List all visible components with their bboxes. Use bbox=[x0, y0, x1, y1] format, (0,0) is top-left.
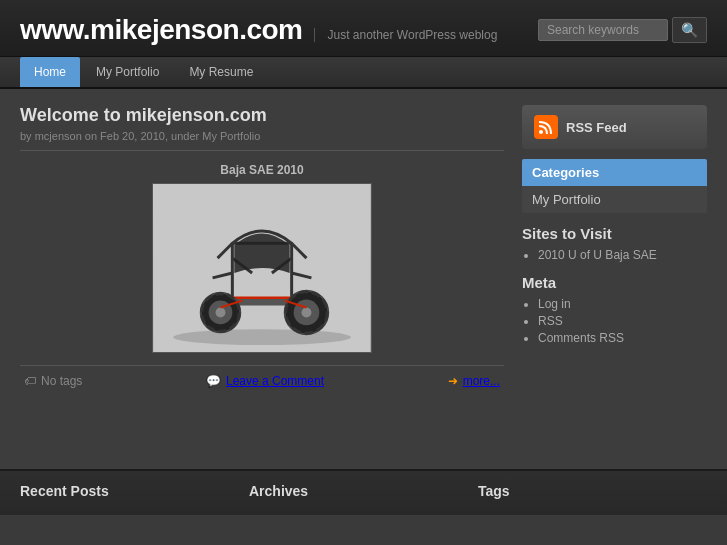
post-footer: 🏷 No tags 💬 Leave a Comment ➜ more... bbox=[20, 365, 504, 396]
more-icon: ➜ bbox=[448, 374, 458, 388]
rss-icon bbox=[534, 115, 558, 139]
login-link[interactable]: Log in bbox=[538, 297, 571, 311]
nav-item-portfolio[interactable]: My Portfolio bbox=[82, 57, 173, 87]
footer-archives: Archives bbox=[249, 483, 478, 503]
list-item: RSS bbox=[538, 314, 707, 328]
tag-icon: 🏷 bbox=[24, 374, 36, 388]
footer-recent-posts: Recent Posts bbox=[20, 483, 249, 503]
sites-widget: Sites to Visit 2010 U of U Baja SAE bbox=[522, 225, 707, 262]
footer-col-title-2: Archives bbox=[249, 483, 478, 499]
nav-item-home[interactable]: Home bbox=[20, 57, 80, 87]
sites-title: Sites to Visit bbox=[522, 225, 707, 242]
footer-tags: Tags bbox=[478, 483, 707, 503]
categories-widget: Categories My Portfolio bbox=[522, 159, 707, 213]
leave-comment-link[interactable]: Leave a Comment bbox=[226, 374, 324, 388]
more-link[interactable]: more... bbox=[463, 374, 500, 388]
meta-title: Meta bbox=[522, 274, 707, 291]
site-header: www.mikejenson.com Just another WordPres… bbox=[0, 0, 727, 57]
svg-point-25 bbox=[539, 130, 543, 134]
header-left: www.mikejenson.com Just another WordPres… bbox=[20, 14, 497, 46]
footer-col-title-3: Tags bbox=[478, 483, 707, 499]
meta-list: Log in RSS Comments RSS bbox=[522, 297, 707, 345]
nav-item-resume[interactable]: My Resume bbox=[175, 57, 267, 87]
content-area: Welcome to mikejenson.com by mcjenson on… bbox=[20, 105, 504, 453]
sites-list: 2010 U of U Baja SAE bbox=[522, 248, 707, 262]
footer-col-title-1: Recent Posts bbox=[20, 483, 249, 499]
site-title: www.mikejenson.com bbox=[20, 14, 302, 46]
categories-title: Categories bbox=[522, 159, 707, 186]
tags-label: No tags bbox=[41, 374, 82, 388]
list-item: 2010 U of U Baja SAE bbox=[538, 248, 707, 262]
rss-link[interactable]: RSS bbox=[538, 314, 563, 328]
svg-point-21 bbox=[302, 308, 312, 318]
comment-icon: 💬 bbox=[206, 374, 221, 388]
comments-rss-link[interactable]: Comments RSS bbox=[538, 331, 624, 345]
post-tags: 🏷 No tags bbox=[24, 374, 82, 388]
site-subtitle: Just another WordPress weblog bbox=[314, 28, 497, 42]
categories-body: My Portfolio bbox=[522, 186, 707, 213]
main-content: Welcome to mikejenson.com by mcjenson on… bbox=[0, 89, 727, 469]
search-form: 🔍 bbox=[538, 17, 707, 43]
sidebar: RSS Feed Categories My Portfolio Sites t… bbox=[522, 105, 707, 453]
category-item[interactable]: My Portfolio bbox=[532, 192, 601, 207]
post-title: Welcome to mikejenson.com bbox=[20, 105, 504, 126]
post-image bbox=[152, 183, 372, 353]
post-more-link[interactable]: ➜ more... bbox=[448, 374, 500, 388]
search-input[interactable] bbox=[538, 19, 668, 41]
list-item: Comments RSS bbox=[538, 331, 707, 345]
post-image-caption: Baja SAE 2010 bbox=[20, 163, 504, 177]
post-meta-text: by mcjenson on Feb 20, 2010, under My Po… bbox=[20, 130, 260, 142]
svg-point-17 bbox=[216, 308, 226, 318]
site-link[interactable]: 2010 U of U Baja SAE bbox=[538, 248, 657, 262]
list-item: Log in bbox=[538, 297, 707, 311]
rss-widget[interactable]: RSS Feed bbox=[522, 105, 707, 149]
svg-point-1 bbox=[173, 329, 351, 345]
footer-bar: Recent Posts Archives Tags bbox=[0, 469, 727, 515]
rss-label: RSS Feed bbox=[566, 120, 627, 135]
post-meta: by mcjenson on Feb 20, 2010, under My Po… bbox=[20, 130, 504, 151]
post-comment-link[interactable]: 💬 Leave a Comment bbox=[206, 374, 324, 388]
search-button[interactable]: 🔍 bbox=[672, 17, 707, 43]
meta-widget: Meta Log in RSS Comments RSS bbox=[522, 274, 707, 345]
main-nav: Home My Portfolio My Resume bbox=[0, 57, 727, 89]
